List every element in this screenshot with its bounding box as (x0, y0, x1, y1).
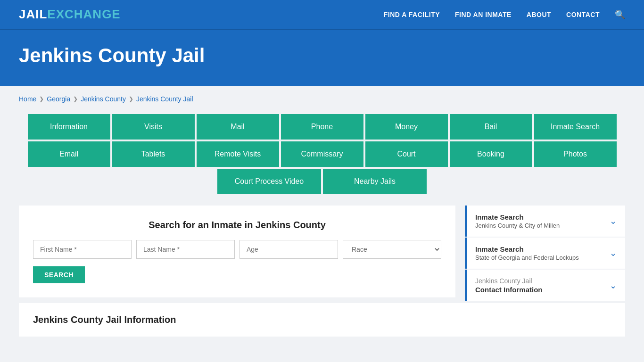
cat-court[interactable]: Court (365, 141, 448, 167)
cat-commissary[interactable]: Commissary (281, 141, 363, 167)
sidebar-card-title-1: Inmate Search (475, 245, 579, 253)
sidebar-card-title-2: Jenkins County Jail (475, 277, 543, 285)
cat-nearby-jails[interactable]: Nearby Jails (323, 169, 427, 194)
page-title: Jenkins County Jail (19, 44, 625, 67)
bottom-heading: Jenkins County Jail Information (33, 314, 611, 325)
search-section: Search for an Inmate in Jenkins County R… (19, 206, 455, 297)
site-logo[interactable]: JAILEXCHANGE (19, 7, 121, 22)
cat-email[interactable]: Email (28, 141, 110, 167)
breadcrumb-home[interactable]: Home (19, 95, 36, 103)
cat-bail[interactable]: Bail (450, 114, 532, 140)
site-header: JAILEXCHANGE FIND A FACILITY FIND AN INM… (0, 0, 644, 30)
cat-court-process-video[interactable]: Court Process Video (217, 169, 321, 194)
chevron-down-icon-0: ⌄ (610, 216, 617, 226)
sidebar-card-subtitle-2: Contact Information (475, 286, 543, 294)
cat-information[interactable]: Information (28, 114, 110, 140)
logo-jail: JAIL (19, 7, 47, 22)
age-input[interactable] (239, 240, 338, 259)
race-select[interactable]: Race White Black Hispanic Asian Other (343, 240, 441, 259)
breadcrumb-current: Jenkins County Jail (136, 95, 193, 103)
chevron-down-icon-1: ⌄ (610, 248, 617, 258)
sidebar-card-title-0: Inmate Search (475, 213, 560, 221)
cat-visits[interactable]: Visits (112, 114, 195, 140)
breadcrumb-jenkins-county[interactable]: Jenkins County (81, 95, 126, 103)
category-row-3: Court Process Video Nearby Jails (19, 169, 625, 194)
category-row-2: Email Tablets Remote Visits Commissary C… (19, 141, 625, 167)
breadcrumb-sep-1: ❯ (39, 96, 44, 102)
first-name-input[interactable] (33, 240, 132, 259)
sidebar-card-text-0: Inmate Search Jenkins County & City of M… (475, 213, 560, 229)
breadcrumb-georgia[interactable]: Georgia (47, 95, 70, 103)
nav-about[interactable]: ABOUT (527, 11, 551, 18)
sidebar-card-text-2: Jenkins County Jail Contact Information (475, 277, 543, 294)
cat-phone[interactable]: Phone (281, 114, 363, 140)
breadcrumb-sep-2: ❯ (73, 96, 78, 102)
right-sidebar: Inmate Search Jenkins County & City of M… (465, 206, 625, 302)
hero-section: Jenkins County Jail (0, 30, 644, 86)
search-button[interactable]: SEARCH (33, 266, 85, 283)
category-row-1: Information Visits Mail Phone Money Bail… (19, 114, 625, 140)
nav-contact[interactable]: CONTACT (566, 11, 600, 18)
sidebar-card-subtitle-0: Jenkins County & City of Millen (475, 222, 560, 229)
breadcrumb-sep-3: ❯ (129, 96, 133, 102)
cat-photos[interactable]: Photos (534, 141, 617, 167)
cat-tablets[interactable]: Tablets (112, 141, 195, 167)
nav-find-facility[interactable]: FIND A FACILITY (384, 11, 440, 18)
sidebar-card-text-1: Inmate Search State of Georgia and Feder… (475, 245, 579, 261)
bottom-section: Jenkins County Jail Information (19, 303, 625, 337)
sidebar-card-2[interactable]: Jenkins County Jail Contact Information … (465, 270, 625, 301)
content-area: Home ❯ Georgia ❯ Jenkins County ❯ Jenkin… (0, 86, 644, 351)
logo-exchange: EXCHANGE (47, 7, 120, 22)
cat-booking[interactable]: Booking (450, 141, 532, 167)
cat-inmate-search[interactable]: Inmate Search (534, 114, 617, 140)
category-grid: Information Visits Mail Phone Money Bail… (19, 114, 625, 194)
main-nav: FIND A FACILITY FIND AN INMATE ABOUT CON… (384, 9, 625, 20)
sidebar-card-1[interactable]: Inmate Search State of Georgia and Feder… (465, 238, 625, 269)
breadcrumb: Home ❯ Georgia ❯ Jenkins County ❯ Jenkin… (19, 95, 625, 103)
search-form: Race White Black Hispanic Asian Other (33, 240, 441, 259)
sidebar-card-subtitle-1: State of Georgia and Federal Lockups (475, 254, 579, 261)
search-icon[interactable]: 🔍 (615, 9, 625, 20)
sidebar-card-0[interactable]: Inmate Search Jenkins County & City of M… (465, 206, 625, 237)
nav-find-inmate[interactable]: FIND AN INMATE (455, 11, 512, 18)
cat-money[interactable]: Money (365, 114, 448, 140)
search-title: Search for an Inmate in Jenkins County (33, 220, 441, 230)
cat-remote-visits[interactable]: Remote Visits (197, 141, 279, 167)
cat-mail[interactable]: Mail (197, 114, 279, 140)
last-name-input[interactable] (136, 240, 235, 259)
chevron-down-icon-2: ⌄ (610, 280, 617, 291)
main-columns: Search for an Inmate in Jenkins County R… (19, 206, 625, 302)
